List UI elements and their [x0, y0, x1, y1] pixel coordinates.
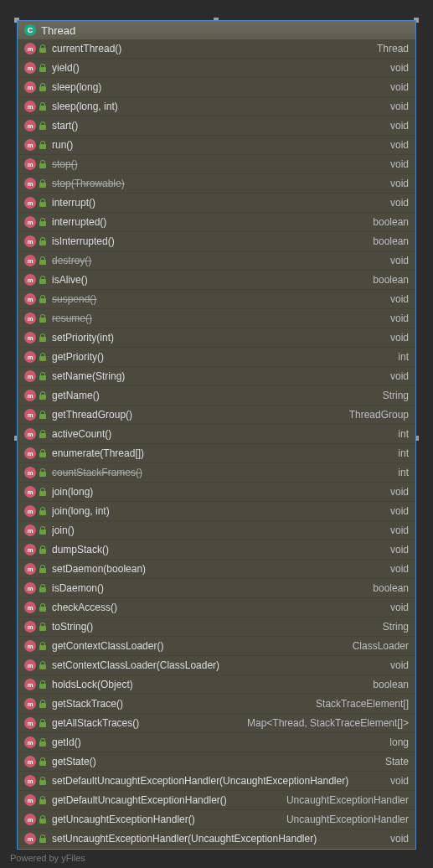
- method-row[interactable]: mgetStackTrace()StackTraceElement[]: [18, 695, 415, 714]
- method-row[interactable]: mjoin(long, int)void: [18, 502, 415, 521]
- lock-icon: [39, 603, 47, 612]
- lock-icon: [39, 256, 47, 265]
- method-row[interactable]: mcheckAccess()void: [18, 598, 415, 617]
- method-name-label: toString(): [52, 621, 376, 633]
- method-row[interactable]: mcountStackFrames()int: [18, 463, 415, 483]
- method-icon: m: [24, 467, 36, 478]
- method-name-label: countStackFrames(): [52, 467, 391, 478]
- method-icon: m: [24, 679, 36, 690]
- method-row[interactable]: msetName(String)void: [18, 367, 415, 386]
- class-header[interactable]: C Thread: [18, 21, 415, 39]
- method-row[interactable]: myield()void: [18, 59, 415, 78]
- method-icon: m: [24, 409, 36, 421]
- method-icon: m: [24, 313, 36, 324]
- method-name-label: yield(): [52, 62, 384, 74]
- method-row[interactable]: msetUncaughtExceptionHandler(UncaughtExc…: [18, 829, 415, 849]
- method-name-label: getContextClassLoader(): [52, 640, 346, 652]
- method-row[interactable]: msuspend()void: [18, 290, 415, 309]
- method-name-label: isAlive(): [52, 274, 366, 286]
- method-row[interactable]: minterrupted()boolean: [18, 213, 415, 232]
- method-row[interactable]: msleep(long)void: [18, 78, 415, 97]
- class-name-label: Thread: [41, 24, 75, 37]
- method-row[interactable]: mgetName()String: [18, 386, 415, 406]
- method-icon: m: [24, 486, 36, 498]
- method-row[interactable]: misInterrupted()boolean: [18, 232, 415, 251]
- method-row[interactable]: msetContextClassLoader(ClassLoader)void: [18, 656, 415, 675]
- method-name-label: getName(): [52, 390, 376, 401]
- lock-icon: [39, 141, 47, 149]
- method-row[interactable]: mgetState()State: [18, 752, 415, 772]
- lock-icon: [39, 199, 47, 207]
- method-row[interactable]: mcurrentThread()Thread: [18, 39, 415, 59]
- method-row[interactable]: mdumpStack()void: [18, 540, 415, 560]
- class-diagram-node[interactable]: C Thread mcurrentThread()Threadmyield()v…: [17, 20, 416, 850]
- return-type-label: boolean: [373, 582, 409, 594]
- return-type-label: void: [390, 120, 409, 132]
- method-row[interactable]: mgetDefaultUncaughtExceptionHandler()Unc…: [18, 791, 415, 810]
- method-row[interactable]: mgetThreadGroup()ThreadGroup: [18, 406, 415, 425]
- method-name-label: resume(): [52, 313, 384, 324]
- lock-icon: [39, 372, 47, 380]
- lock-icon: [39, 430, 47, 438]
- method-icon: m: [24, 563, 36, 575]
- method-row[interactable]: minterrupt()void: [18, 194, 415, 213]
- method-row[interactable]: mgetUncaughtExceptionHandler()UncaughtEx…: [18, 810, 415, 829]
- method-row[interactable]: menumerate(Thread[])int: [18, 444, 415, 463]
- return-type-label: void: [390, 563, 409, 575]
- method-icon: m: [24, 756, 36, 767]
- return-type-label: Thread: [377, 43, 409, 54]
- method-row[interactable]: misDaemon()boolean: [18, 579, 415, 598]
- method-row[interactable]: mgetAllStackTraces()Map<Thread, StackTra…: [18, 714, 415, 733]
- method-row[interactable]: msetDefaultUncaughtExceptionHandler(Unca…: [18, 772, 415, 791]
- return-type-label: boolean: [373, 679, 409, 690]
- method-row[interactable]: misAlive()boolean: [18, 271, 415, 290]
- lock-icon: [39, 353, 47, 361]
- method-row[interactable]: mrun()void: [18, 136, 415, 155]
- method-icon: m: [24, 197, 36, 209]
- lock-icon: [39, 623, 47, 631]
- lock-icon: [39, 44, 47, 53]
- return-type-label: boolean: [373, 235, 409, 247]
- method-name-label: setDaemon(boolean): [52, 563, 384, 575]
- return-type-label: void: [390, 370, 409, 382]
- method-row[interactable]: mactiveCount()int: [18, 425, 415, 444]
- method-row[interactable]: mstart()void: [18, 116, 415, 136]
- method-row[interactable]: mholdsLock(Object)boolean: [18, 675, 415, 695]
- method-icon: m: [24, 235, 36, 247]
- method-row[interactable]: mgetPriority()int: [18, 348, 415, 367]
- method-row[interactable]: mtoString()String: [18, 617, 415, 637]
- method-row[interactable]: mgetContextClassLoader()ClassLoader: [18, 637, 415, 656]
- return-type-label: void: [390, 139, 409, 151]
- method-row[interactable]: msetDaemon(boolean)void: [18, 560, 415, 579]
- method-row[interactable]: mjoin(long)void: [18, 483, 415, 502]
- return-type-label: void: [390, 544, 409, 555]
- lock-icon: [39, 545, 47, 554]
- lock-icon: [39, 757, 47, 766]
- return-type-label: boolean: [373, 274, 409, 286]
- lock-icon: [39, 468, 47, 477]
- method-row[interactable]: msleep(long, int)void: [18, 97, 415, 116]
- method-icon: m: [24, 43, 36, 54]
- method-icon: m: [24, 717, 36, 729]
- method-icon: m: [24, 736, 36, 748]
- return-type-label: void: [390, 197, 409, 209]
- return-type-label: void: [390, 602, 409, 613]
- lock-icon: [39, 777, 47, 785]
- lock-icon: [39, 680, 47, 689]
- method-row[interactable]: mdestroy()void: [18, 251, 415, 271]
- lock-icon: [39, 526, 47, 535]
- method-row[interactable]: mstop(Throwable)void: [18, 174, 415, 194]
- method-row[interactable]: mresume()void: [18, 309, 415, 328]
- method-row[interactable]: mgetId()long: [18, 733, 415, 752]
- lock-icon: [39, 796, 47, 804]
- method-row[interactable]: mstop()void: [18, 155, 415, 174]
- return-type-label: boolean: [373, 216, 409, 228]
- method-row[interactable]: mjoin()void: [18, 521, 415, 540]
- method-name-label: getDefaultUncaughtExceptionHandler(): [52, 794, 280, 806]
- lock-icon: [39, 834, 47, 843]
- lock-icon: [39, 121, 47, 130]
- lock-icon: [39, 314, 47, 323]
- method-name-label: interrupted(): [52, 216, 366, 228]
- lock-icon: [39, 642, 47, 650]
- method-row[interactable]: msetPriority(int)void: [18, 328, 415, 348]
